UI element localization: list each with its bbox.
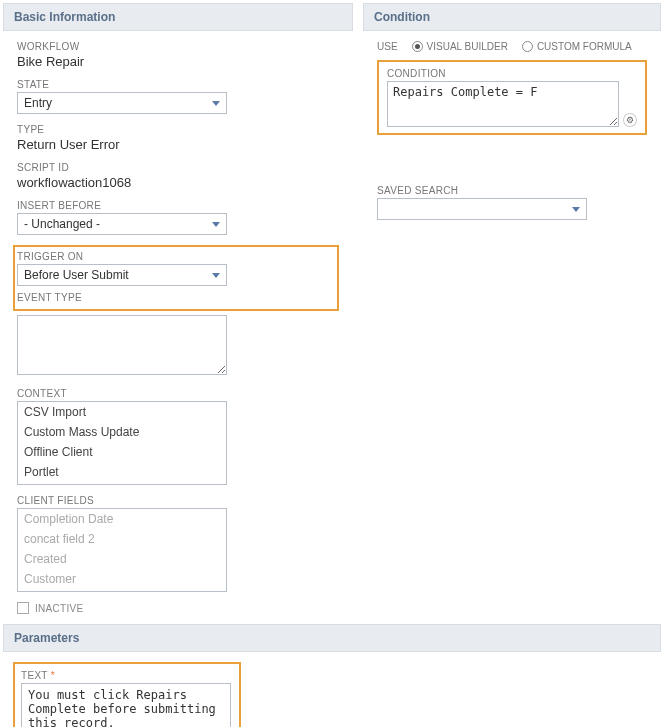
trigger-on-value: Before User Submit	[24, 268, 129, 282]
radio-icon	[412, 41, 423, 52]
condition-header: Condition	[363, 3, 661, 31]
type-field: TYPE Return User Error	[17, 124, 339, 152]
type-label: TYPE	[17, 124, 339, 135]
chevron-down-icon	[212, 101, 220, 106]
list-item[interactable]: Offline Client	[18, 442, 226, 462]
use-label: USE	[377, 41, 398, 52]
custom-formula-radio[interactable]: CUSTOM FORMULA	[522, 41, 632, 52]
visual-builder-radio[interactable]: VISUAL BUILDER	[412, 41, 508, 52]
formula-builder-icon[interactable]: ⚙	[623, 113, 637, 127]
text-highlight: TEXT	[13, 662, 241, 727]
type-value: Return User Error	[17, 137, 339, 152]
list-item[interactable]: Portlet	[18, 462, 226, 482]
script-id-label: SCRIPT ID	[17, 162, 339, 173]
inactive-checkbox[interactable]	[17, 602, 29, 614]
condition-textarea[interactable]	[387, 81, 619, 127]
event-type-label: EVENT TYPE	[17, 292, 335, 303]
insert-before-select[interactable]: - Unchanged -	[17, 213, 227, 235]
visual-builder-label: VISUAL BUILDER	[427, 41, 508, 52]
workflow-label: WORKFLOW	[17, 41, 339, 52]
list-item[interactable]: CSV Import	[18, 402, 226, 422]
list-item[interactable]: Completion Date	[18, 509, 226, 529]
use-row: USE VISUAL BUILDER CUSTOM FORMULA	[377, 41, 647, 52]
trigger-on-select[interactable]: Before User Submit	[17, 264, 227, 286]
text-textarea[interactable]	[21, 683, 231, 727]
insert-before-value: - Unchanged -	[24, 217, 100, 231]
context-listbox[interactable]: CSV Import Custom Mass Update Offline Cl…	[17, 401, 227, 485]
state-select[interactable]: Entry	[17, 92, 227, 114]
insert-before-label: INSERT BEFORE	[17, 200, 339, 211]
radio-icon	[522, 41, 533, 52]
list-item[interactable]: Customer	[18, 569, 226, 589]
saved-search-select[interactable]	[377, 198, 587, 220]
script-id-value: workflowaction1068	[17, 175, 339, 190]
chevron-down-icon	[572, 207, 580, 212]
list-item[interactable]: Created	[18, 549, 226, 569]
inactive-row: INACTIVE	[17, 602, 339, 614]
context-label: CONTEXT	[17, 388, 339, 399]
workflow-field: WORKFLOW Bike Repair	[17, 41, 339, 69]
custom-formula-label: CUSTOM FORMULA	[537, 41, 632, 52]
state-label: STATE	[17, 79, 339, 90]
list-item[interactable]: concat field 2	[18, 529, 226, 549]
list-item[interactable]: Custom Mass Update	[18, 422, 226, 442]
script-id-field: SCRIPT ID workflowaction1068	[17, 162, 339, 190]
text-label: TEXT	[21, 670, 233, 681]
trigger-on-label: TRIGGER ON	[17, 251, 335, 262]
client-fields-label: CLIENT FIELDS	[17, 495, 339, 506]
condition-highlight: CONDITION ⚙	[377, 60, 647, 135]
condition-label: CONDITION	[387, 68, 637, 79]
parameters-header: Parameters	[3, 624, 661, 652]
trigger-on-highlight: TRIGGER ON Before User Submit EVENT TYPE	[13, 245, 339, 311]
state-select-value: Entry	[24, 96, 52, 110]
basic-info-header: Basic Information	[3, 3, 353, 31]
chevron-down-icon	[212, 222, 220, 227]
insert-before-field: INSERT BEFORE - Unchanged -	[17, 200, 339, 235]
saved-search-label: SAVED SEARCH	[377, 185, 647, 196]
event-type-textarea[interactable]	[17, 315, 227, 375]
chevron-down-icon	[212, 273, 220, 278]
state-field: STATE Entry	[17, 79, 339, 114]
client-fields-listbox[interactable]: Completion Date concat field 2 Created C…	[17, 508, 227, 592]
workflow-value: Bike Repair	[17, 54, 339, 69]
inactive-label: INACTIVE	[35, 603, 84, 614]
